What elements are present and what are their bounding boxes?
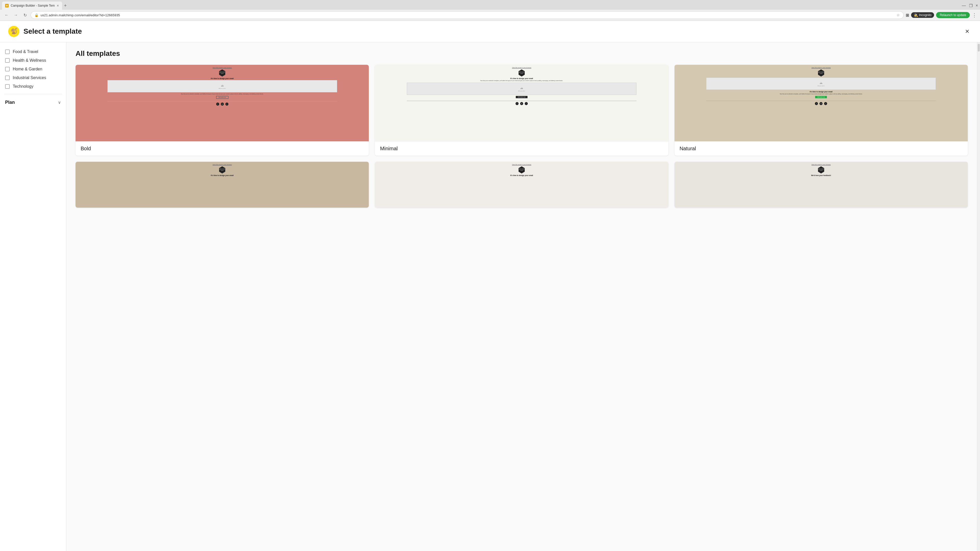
checkbox-home-garden[interactable] (5, 67, 10, 71)
preview-logo-5: ADD YOUR LOGO (518, 166, 525, 173)
preview-social-bold: f in t (216, 103, 228, 106)
incognito-badge: 🕵 Incognito (911, 12, 934, 18)
filter-label-health-wellness: Health & Wellness (13, 58, 46, 63)
preview-body-minimal: Now that you've selected a template, you… (480, 80, 563, 82)
template-card-natural[interactable]: View this email in your browser ADD YOUR… (675, 65, 968, 156)
filter-home-garden[interactable]: Home & Garden (4, 65, 62, 73)
template-name-natural: Natural (675, 141, 968, 156)
incognito-icon: 🕵 (914, 13, 918, 17)
preview-btn-natural: Add button text (815, 96, 827, 98)
template-preview-natural: View this email in your browser ADD YOUR… (675, 65, 968, 141)
facebook-icon-minimal: f (515, 102, 519, 105)
preview-view-link-6: View this email in your browser (811, 164, 831, 165)
active-tab[interactable]: M Campaign Builder - Sample Tem × (2, 2, 62, 10)
preview-image-natural: ⛰ Add your photo (706, 78, 936, 90)
close-dialog-button[interactable]: × (963, 27, 972, 36)
preview-btn-minimal: Add button text (516, 96, 528, 98)
template-card-4[interactable]: View this email in your browser ADD YOUR… (76, 162, 369, 208)
reload-button[interactable]: ↻ (21, 11, 29, 19)
preview-image-icon-bold: ⛰ (221, 84, 224, 87)
scrollbar-thumb[interactable] (978, 44, 980, 52)
template-card-6[interactable]: View this email in your browser ADD YOUR… (675, 162, 968, 208)
preview-view-link-minimal: View this email in your browser (512, 67, 531, 68)
plan-section-title: Plan (5, 100, 15, 105)
bookmark-icon[interactable]: ☆ (897, 13, 900, 17)
minimize-button[interactable]: — (962, 3, 966, 8)
template-preview-bold: View this email in your browser ADD YOUR… (76, 65, 369, 141)
preview-btn-bold: Add button text (216, 96, 228, 99)
preview-social-natural: f in t (815, 102, 827, 105)
preview-divider-minimal (407, 101, 636, 101)
preview-logo-minimal: ADD YOUR LOGO (518, 69, 525, 76)
plan-section-header[interactable]: Plan ∨ (4, 97, 62, 108)
template-preview-5: View this email in your browser ADD YOUR… (375, 162, 668, 208)
template-card-bold[interactable]: View this email in your browser ADD YOUR… (76, 65, 369, 156)
tab-favicon: M (5, 4, 9, 7)
restore-button[interactable]: ❐ (969, 3, 973, 8)
preview-logo-6: ADD YOUR LOGO (818, 166, 824, 173)
template-preview-6: View this email in your browser ADD YOUR… (675, 162, 968, 208)
preview-headline-4: It's time to design your email (211, 175, 234, 176)
filter-technology[interactable]: Technology (4, 82, 62, 91)
template-card-5[interactable]: View this email in your browser ADD YOUR… (375, 162, 668, 208)
preview-divider-natural (706, 101, 936, 101)
filter-health-wellness[interactable]: Health & Wellness (4, 56, 62, 65)
checkbox-technology[interactable] (5, 84, 10, 89)
main-layout: Food & Travel Health & Wellness Home & G… (0, 42, 980, 551)
preview-view-link-4: View this email in your browser (213, 164, 232, 165)
checkbox-health-wellness[interactable] (5, 58, 10, 63)
template-grid: View this email in your browser ADD YOUR… (76, 65, 968, 208)
tab-title: Campaign Builder - Sample Tem (11, 4, 55, 7)
header-left: 🐒 Select a template (8, 26, 82, 37)
toolbar-right: ⊞ 🕵 Incognito Relaunch to update ⋮ (906, 12, 977, 18)
preview-body-bold: Now that you've selected a template, you… (181, 94, 264, 95)
filter-label-technology: Technology (13, 84, 33, 89)
preview-image-label-minimal: Add your photo (518, 90, 525, 92)
tab-close-icon[interactable]: × (57, 3, 59, 8)
preview-image-icon-natural: ⛰ (819, 81, 822, 85)
checkbox-food-travel[interactable] (5, 49, 10, 54)
preview-image-label-bold: Add your photo (219, 88, 226, 89)
content-area: All templates View this email in your br… (66, 42, 977, 551)
preview-headline-natural: It's time to design your email (810, 91, 832, 93)
preview-logo-natural: ADD YOUR LOGO (818, 69, 824, 76)
preview-logo-4: ADD YOUR LOGO (219, 166, 226, 173)
twitter-icon-natural: t (824, 102, 827, 105)
back-button[interactable]: ← (3, 11, 10, 19)
facebook-icon-bold: f (216, 103, 219, 106)
all-templates-heading: All templates (76, 49, 968, 58)
close-window-button[interactable]: × (976, 3, 978, 8)
checkbox-industrial-services[interactable] (5, 76, 10, 80)
filter-industrial-services[interactable]: Industrial Services (4, 73, 62, 82)
filter-food-travel[interactable]: Food & Travel (4, 48, 62, 56)
filter-label-home-garden: Home & Garden (13, 67, 42, 71)
preview-headline-minimal: It's time to design your email (510, 78, 533, 79)
extensions-button[interactable]: ⊞ (906, 13, 909, 17)
page-title: Select a template (24, 27, 82, 35)
preview-social-minimal: f in t (515, 102, 528, 105)
forward-button[interactable]: → (12, 11, 19, 19)
relaunch-button[interactable]: Relaunch to update (936, 12, 970, 18)
app-container: 🐒 Select a template × Food & Travel Heal… (0, 21, 980, 551)
new-tab-button[interactable]: + (63, 2, 68, 10)
preview-image-bold: ⛰ Add your photo (107, 80, 337, 92)
preview-image-minimal: ⛰ Add your photo (407, 83, 636, 95)
plan-chevron-icon: ∨ (58, 100, 61, 105)
browser-chrome: M Campaign Builder - Sample Tem × + — ❐ … (0, 0, 980, 21)
twitter-icon-minimal: t (525, 102, 528, 105)
preview-image-label-natural: Add your photo (818, 85, 824, 86)
browser-toolbar: ← → ↻ 🔒 us21.admin.mailchimp.com/email/e… (0, 10, 980, 21)
incognito-label: Incognito (919, 13, 932, 17)
logo-emoji: 🐒 (11, 28, 18, 35)
mailchimp-logo: 🐒 (8, 26, 19, 37)
scrollbar[interactable] (977, 42, 980, 551)
preview-view-link-natural: View this email in your browser (811, 67, 831, 68)
address-bar[interactable]: 🔒 us21.admin.mailchimp.com/email/editor?… (30, 11, 904, 19)
template-preview-4: View this email in your browser ADD YOUR… (76, 162, 369, 208)
divider (4, 94, 62, 94)
instagram-icon-minimal: in (520, 102, 523, 105)
browser-tabs: M Campaign Builder - Sample Tem × + — ❐ … (0, 0, 980, 10)
template-preview-minimal: View this email in your browser ADD YOUR… (375, 65, 668, 141)
template-card-minimal[interactable]: View this email in your browser ADD YOUR… (375, 65, 668, 156)
menu-button[interactable]: ⋮ (972, 12, 977, 18)
